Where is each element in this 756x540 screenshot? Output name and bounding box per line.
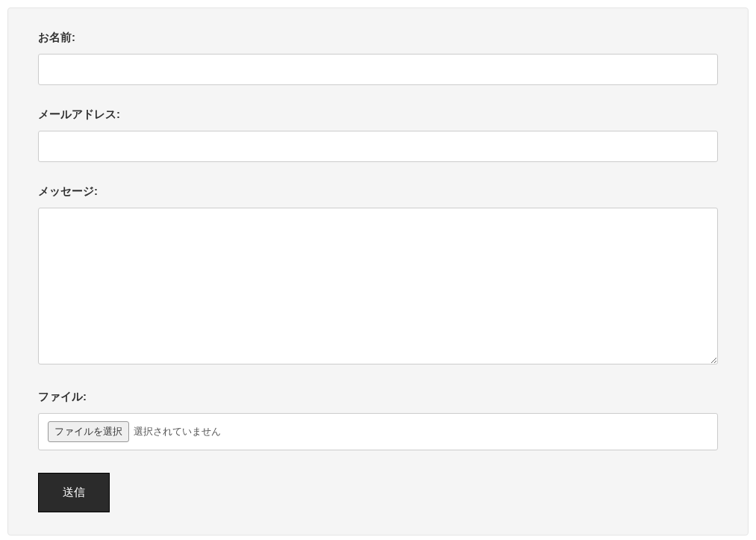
message-label: メッセージ: [38,184,718,199]
name-input[interactable] [38,54,718,85]
file-label: ファイル: [38,390,718,404]
message-group: メッセージ: [38,184,718,367]
submit-button[interactable]: 送信 [38,473,110,512]
file-status-text: 選択されていません [134,425,221,438]
file-wrapper: ファイルを選択 選択されていません [38,413,718,450]
email-input[interactable] [38,131,718,162]
email-group: メールアドレス: [38,108,718,162]
file-choose-button[interactable]: ファイルを選択 [48,421,129,442]
email-label: メールアドレス: [38,108,718,122]
file-group: ファイル: ファイルを選択 選択されていません [38,390,718,450]
name-group: お名前: [38,31,718,85]
message-textarea[interactable] [38,208,718,364]
name-label: お名前: [38,31,718,45]
contact-form-container: お名前: メールアドレス: メッセージ: ファイル: ファイルを選択 選択されて… [7,7,749,536]
